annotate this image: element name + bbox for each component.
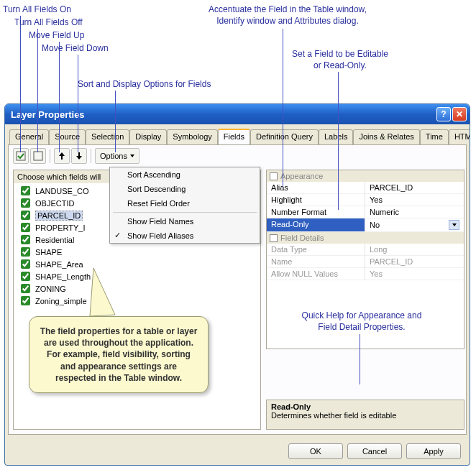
tab-strip: General Source Selection Display Symbolo…	[5, 124, 470, 144]
prop-row: Data TypeLong	[267, 244, 464, 256]
menu-separator	[113, 212, 257, 213]
annotation-sort-opts: Sort and Display Options for Fields	[78, 79, 211, 91]
move-up-button[interactable]	[54, 148, 70, 164]
group-details[interactable]: Field Details	[267, 232, 464, 244]
annotation-editable: Set a Field to be Editable or Read-Only.	[279, 49, 401, 71]
field-label: OBJECTID	[35, 199, 74, 208]
tab-source[interactable]: Source	[49, 129, 86, 145]
ok-button[interactable]: OK	[288, 443, 343, 459]
cancel-button[interactable]: Cancel	[347, 443, 402, 459]
move-down-button[interactable]	[71, 148, 87, 164]
property-grid: Appearance AliasPARCEL_ID HighlightYes N…	[266, 170, 464, 349]
field-row[interactable]: ZONING	[17, 282, 257, 295]
tab-html-popup[interactable]: HTML Popup	[449, 129, 470, 145]
field-label: LANDUSE_CO	[35, 187, 89, 195]
tab-fields[interactable]: Fields	[218, 129, 250, 144]
titlebar: Layer Properties ? ✕	[5, 104, 470, 124]
field-label: SHAPE_Area	[35, 260, 83, 269]
arrow-up-icon	[57, 151, 67, 161]
field-row[interactable]: SHAPE	[17, 246, 257, 258]
tab-selection[interactable]: Selection	[86, 129, 129, 145]
options-dropdown: Sort Ascending Sort Descending Reset Fie…	[109, 167, 260, 244]
turn-all-on-button[interactable]	[13, 148, 29, 164]
check-all-on-icon	[16, 151, 26, 161]
chevron-down-icon	[452, 223, 457, 226]
menu-show-aliases[interactable]: ✓Show Field Aliases	[110, 229, 260, 243]
field-checkbox[interactable]	[21, 296, 30, 305]
options-button[interactable]: Options	[95, 148, 139, 164]
prop-key: Allow NULL Values	[267, 268, 365, 280]
help-button[interactable]: ?	[436, 107, 451, 121]
tab-general[interactable]: General	[9, 129, 49, 145]
field-label: PARCEL_ID	[35, 211, 83, 221]
field-row[interactable]: SHAPE_Area	[17, 258, 257, 270]
prop-row-selected[interactable]: Read-OnlyNo	[267, 218, 464, 232]
annotation-move-up: Move Field Up	[29, 30, 84, 42]
field-checkbox[interactable]	[21, 284, 30, 293]
prop-value: Long	[365, 244, 464, 256]
field-checkbox[interactable]	[21, 247, 30, 257]
close-button[interactable]: ✕	[452, 107, 467, 121]
prop-row[interactable]: AliasPARCEL_ID	[267, 182, 464, 194]
field-checkbox[interactable]	[21, 235, 30, 244]
prop-row: NamePARCEL_ID	[267, 256, 464, 268]
apply-button[interactable]: Apply	[406, 443, 461, 459]
prop-key: Alias	[267, 182, 365, 194]
prop-row[interactable]: HighlightYes	[267, 194, 464, 206]
prop-value: Yes	[365, 268, 464, 280]
field-row[interactable]: SHAPE_Length	[17, 270, 257, 282]
prop-key: Number Format	[267, 206, 365, 218]
arrow-down-icon	[74, 151, 84, 161]
field-checkbox[interactable]	[21, 198, 30, 208]
field-checkbox[interactable]	[21, 223, 30, 232]
annotation-turn-on: Turn All Fields On	[3, 4, 71, 16]
separator	[91, 149, 91, 163]
help-body: Determines whether field is editable	[271, 411, 459, 420]
turn-all-off-button[interactable]	[30, 148, 46, 164]
prop-value[interactable]: Numeric	[365, 206, 464, 218]
quick-help-box: Read-Only Determines whether field is ed…	[266, 400, 464, 430]
field-checkbox[interactable]	[21, 211, 30, 220]
tab-display[interactable]: Display	[129, 129, 167, 145]
field-label: Residential	[35, 236, 74, 244]
tab-definition-query[interactable]: Definition Query	[250, 129, 319, 145]
annotation-accentuate: Accentuate the Field in the Table window…	[187, 4, 388, 27]
dropdown-button[interactable]	[449, 220, 459, 230]
field-checkbox[interactable]	[21, 259, 30, 269]
prop-key: Read-Only	[267, 218, 365, 232]
prop-row[interactable]: Number FormatNumeric	[267, 206, 464, 218]
annotation-move-down: Move Field Down	[42, 43, 109, 55]
tab-joins[interactable]: Joins & Relates	[353, 129, 419, 145]
menu-show-names[interactable]: Show Field Names	[110, 214, 260, 229]
prop-value[interactable]: No	[365, 218, 464, 232]
prop-value[interactable]: PARCEL_ID	[365, 182, 464, 194]
prop-key: Highlight	[267, 194, 365, 206]
prop-value-text: No	[370, 221, 380, 229]
tab-labels[interactable]: Labels	[319, 129, 353, 145]
field-row[interactable]: Zoning_simple	[17, 295, 257, 307]
field-checkbox[interactable]	[21, 272, 30, 281]
annotation-turn-off: Turn All Fields Off	[14, 17, 83, 29]
chevron-down-icon	[130, 155, 134, 157]
menu-sort-ascending[interactable]: Sort Ascending	[110, 167, 260, 182]
tab-symbology[interactable]: Symbology	[167, 129, 217, 145]
prop-value: PARCEL_ID	[365, 256, 464, 268]
prop-value[interactable]: Yes	[365, 194, 464, 206]
field-label: SHAPE_Length	[35, 272, 91, 281]
group-appearance[interactable]: Appearance	[267, 170, 464, 182]
check-all-off-icon	[33, 151, 43, 161]
field-checkbox[interactable]	[21, 186, 30, 195]
menu-reset-order[interactable]: Reset Field Order	[110, 196, 260, 211]
check-icon: ✓	[114, 231, 121, 240]
field-label: ZONING	[35, 285, 66, 293]
menu-label: Show Field Aliases	[127, 231, 193, 240]
prop-key: Data Type	[267, 244, 365, 256]
field-label: SHAPE	[35, 248, 62, 257]
options-label: Options	[100, 152, 127, 160]
separator	[50, 149, 50, 163]
field-label: PROPERTY_I	[35, 223, 86, 232]
tab-time[interactable]: Time	[420, 129, 449, 145]
svg-rect-0	[17, 152, 25, 160]
menu-sort-descending[interactable]: Sort Descending	[110, 182, 260, 196]
dialog-buttonrow: OK Cancel Apply	[288, 443, 461, 459]
